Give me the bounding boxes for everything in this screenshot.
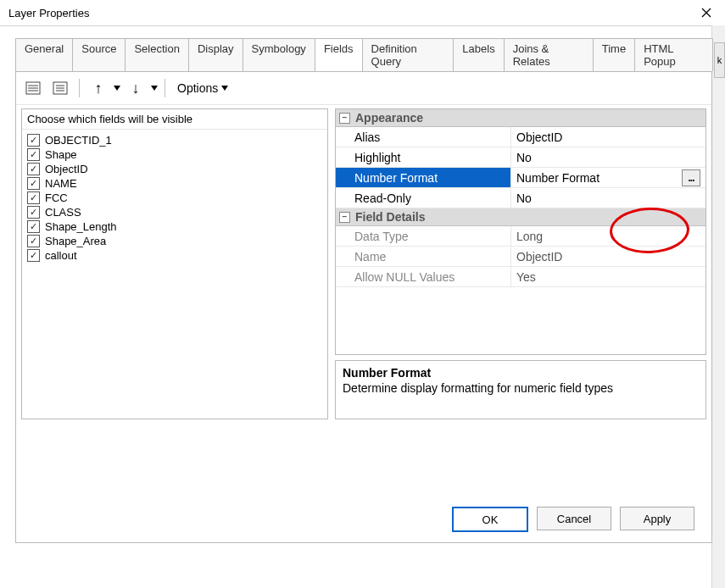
tab-general[interactable]: General	[15, 38, 73, 71]
options-label: Options	[177, 81, 218, 95]
field-name: Shape_Length	[45, 220, 117, 233]
tab-source[interactable]: Source	[72, 38, 125, 71]
chevron-down-icon	[221, 86, 228, 91]
propgrid-group-header[interactable]: −Appearance	[336, 109, 705, 127]
propgrid-row[interactable]: NameObjectID	[336, 247, 705, 267]
collapse-icon[interactable]: −	[339, 212, 350, 223]
behind-button: k	[714, 42, 725, 78]
propgrid-value[interactable]: No	[511, 147, 705, 167]
field-item[interactable]: ✓Shape	[25, 147, 324, 162]
field-name: callout	[45, 249, 77, 262]
propgrid-row[interactable]: Allow NULL ValuesYes	[336, 267, 705, 287]
tab-labels[interactable]: Labels	[453, 38, 504, 71]
tab-display[interactable]: Display	[188, 38, 243, 71]
checkbox[interactable]: ✓	[27, 148, 40, 161]
tab-html-popup[interactable]: HTML Popup	[634, 38, 713, 71]
tab-strip: GeneralSourceSelectionDisplaySymbologyFi…	[15, 38, 712, 71]
checkbox[interactable]: ✓	[27, 134, 40, 147]
field-name: Shape_Area	[45, 235, 106, 247]
propgrid-group-header[interactable]: −Field Details	[336, 208, 705, 226]
arrow-down-icon: ↓	[132, 80, 140, 97]
propgrid-value[interactable]: Long	[511, 226, 705, 246]
close-icon	[701, 8, 711, 18]
checkbox[interactable]: ✓	[27, 235, 40, 247]
apply-button[interactable]: Apply	[620, 507, 694, 530]
tab-symbology[interactable]: Symbology	[243, 38, 315, 71]
tab-panel-fields: ↑ ↓ Options Choose which fields will be …	[15, 71, 712, 543]
fields-visibility-pane: Choose which fields will be visible ✓OBJ…	[21, 108, 328, 419]
propgrid-row[interactable]: HighlightNo	[336, 147, 705, 168]
propgrid-row[interactable]: Number FormatNumber Format...	[336, 168, 705, 188]
arrow-up-icon: ↑	[95, 80, 103, 97]
tab-fields[interactable]: Fields	[315, 38, 363, 71]
cancel-button[interactable]: Cancel	[537, 507, 611, 530]
field-name: NAME	[45, 177, 77, 190]
propgrid-row[interactable]: Data TypeLong	[336, 226, 705, 247]
field-item[interactable]: ✓Shape_Length	[25, 219, 324, 234]
propgrid-label: Allow NULL Values	[336, 267, 511, 286]
ellipsis-button[interactable]: ...	[682, 169, 700, 186]
field-name: CLASS	[45, 206, 81, 219]
checkbox[interactable]: ✓	[27, 191, 40, 204]
propgrid-label: Name	[336, 247, 511, 266]
background-scrollbar: k	[711, 25, 725, 588]
move-down-dropdown-icon[interactable]	[151, 86, 158, 91]
fields-toolbar: ↑ ↓ Options	[16, 72, 711, 105]
dialog-buttons: OK Cancel Apply	[452, 507, 694, 532]
tab-selection[interactable]: Selection	[125, 38, 188, 71]
field-item[interactable]: ✓FCC	[25, 191, 324, 205]
propgrid-value[interactable]: ObjectID	[511, 247, 705, 266]
field-item[interactable]: ✓Shape_Area	[25, 234, 324, 248]
propgrid-label: Read-Only	[336, 188, 511, 208]
view-list2-button[interactable]	[48, 76, 72, 100]
ok-button[interactable]: OK	[452, 507, 528, 532]
property-description: Number Format Determine display formatti…	[335, 360, 706, 419]
options-menu-button[interactable]: Options	[172, 80, 233, 97]
checkbox[interactable]: ✓	[27, 220, 40, 233]
fields-list: ✓OBJECTID_1✓Shape✓ObjectID✓NAME✓FCC✓CLAS…	[22, 130, 327, 419]
view-list1-button[interactable]	[21, 76, 45, 100]
tab-definition-query[interactable]: Definition Query	[362, 38, 455, 71]
toolbar-separator	[165, 79, 165, 97]
propgrid-value[interactable]: No	[511, 188, 705, 208]
field-item[interactable]: ✓callout	[25, 248, 324, 263]
move-up-dropdown-icon[interactable]	[114, 86, 120, 91]
description-title: Number Format	[343, 366, 699, 380]
propgrid-row[interactable]: Read-OnlyNo	[336, 188, 705, 208]
propgrid-label: Alias	[336, 127, 511, 147]
propgrid-value[interactable]: ObjectID	[511, 127, 705, 147]
checkbox[interactable]: ✓	[27, 177, 40, 190]
field-name: OBJECTID_1	[45, 134, 112, 147]
field-item[interactable]: ✓ObjectID	[25, 162, 324, 176]
close-button[interactable]	[687, 0, 725, 25]
field-item[interactable]: ✓NAME	[25, 176, 324, 191]
collapse-icon[interactable]: −	[339, 113, 350, 124]
propgrid-group-title: Field Details	[355, 210, 425, 224]
move-down-button[interactable]: ↓	[124, 76, 148, 100]
checkbox[interactable]: ✓	[27, 206, 40, 219]
move-up-button[interactable]: ↑	[86, 76, 110, 100]
titlebar: Layer Properties	[0, 0, 725, 26]
checkbox[interactable]: ✓	[27, 249, 40, 262]
fields-visibility-header: Choose which fields will be visible	[22, 109, 327, 130]
field-name: Shape	[45, 148, 77, 161]
tab-time[interactable]: Time	[593, 38, 635, 71]
propgrid-row[interactable]: AliasObjectID	[336, 127, 705, 147]
checkbox[interactable]: ✓	[27, 163, 40, 175]
field-name: ObjectID	[45, 163, 88, 175]
propgrid-group-title: Appearance	[355, 111, 423, 125]
propgrid-value[interactable]: Yes	[511, 267, 705, 286]
field-name: FCC	[45, 191, 68, 204]
field-item[interactable]: ✓CLASS	[25, 205, 324, 219]
propgrid-label: Number Format	[336, 168, 511, 187]
propgrid-label: Data Type	[336, 226, 511, 246]
propgrid-value[interactable]: Number Format...	[511, 168, 705, 187]
field-item[interactable]: ✓OBJECTID_1	[25, 133, 324, 147]
tab-joins-relates[interactable]: Joins & Relates	[504, 38, 594, 71]
propgrid-label: Highlight	[336, 147, 511, 167]
window-title: Layer Properties	[8, 7, 89, 19]
property-grid: −AppearanceAliasObjectIDHighlightNoNumbe…	[335, 108, 706, 355]
toolbar-separator	[79, 79, 80, 97]
description-text: Determine display formatting for numeric…	[343, 381, 699, 395]
